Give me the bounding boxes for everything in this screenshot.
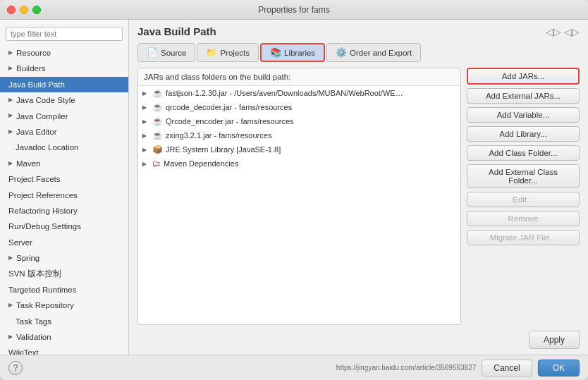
jar-item-maven-deps[interactable]: ▶🗂Maven Dependencies [138, 157, 460, 171]
sidebar-item-wikitext[interactable]: WikiText [0, 345, 128, 355]
sidebar-item-spring[interactable]: Spring [0, 250, 128, 266]
sidebar-item-server[interactable]: Server [0, 235, 128, 250]
jar-type-icon: ☕ [152, 102, 163, 112]
jar-item-label: JRE System Library [JavaSE-1.8] [166, 145, 281, 154]
sidebar-item-resource[interactable]: Resource [0, 45, 128, 61]
maximize-button[interactable] [32, 6, 41, 14]
sidebar-item-task-tags[interactable]: Task Tags [0, 314, 128, 329]
help-button[interactable]: ? [8, 361, 23, 375]
nav-back-icon[interactable]: ◁▷ [546, 26, 561, 37]
panel-title: Java Build Path [137, 25, 216, 37]
jar-expand-icon: ▶ [142, 147, 149, 153]
window-title: Properties for fams [258, 5, 329, 15]
nav-forward-icon[interactable]: ◁▷ [564, 26, 580, 37]
tab-libraries[interactable]: 📚Libraries [260, 43, 325, 62]
jar-item-qrcode-decoder[interactable]: ▶☕qrcode_decoder.jar - fams/resources [138, 100, 460, 114]
jar-item-zxing[interactable]: ▶☕zxing3.2.1.jar - fams/resources [138, 128, 460, 142]
add-variable-button[interactable]: Add Variable... [467, 107, 580, 123]
jar-type-icon: ☕ [152, 88, 163, 98]
jar-expand-icon: ▶ [142, 118, 149, 125]
sidebar-item-java-compiler[interactable]: Java Compiler [0, 109, 128, 124]
properties-window: Properties for fams ResourceBuildersJava… [0, 0, 588, 380]
add-jars-button[interactable]: Add JARs... [467, 68, 580, 85]
content-area: JARs and class folders on the build path… [137, 68, 580, 325]
jar-item-label: Qrcode_encoder.jar - fams/resources [166, 117, 294, 125]
source-tab-label: Source [161, 49, 186, 57]
add-external-class-folder-button[interactable]: Add External Class Folder... [467, 164, 580, 188]
jar-type-icon: ☕ [152, 116, 163, 126]
buttons-panel: Add JARs...Add External JARs...Add Varia… [467, 68, 580, 325]
sidebar: ResourceBuildersJava Build PathJava Code… [0, 20, 129, 355]
sidebar-item-refactoring-history[interactable]: Refactoring History [0, 203, 128, 219]
jar-expand-icon: ▶ [142, 133, 149, 139]
migrate-jar-button: Migrate JAR File... [467, 230, 580, 245]
traffic-lights [7, 6, 41, 14]
main-content: ResourceBuildersJava Build PathJava Code… [0, 20, 588, 355]
projects-tab-label: Projects [220, 49, 250, 57]
libraries-tab-icon: 📚 [270, 47, 281, 58]
source-tab-icon: 📄 [147, 47, 158, 58]
order-export-tab-label: Order and Export [350, 49, 412, 57]
tabs-bar: 📄Source📁Projects📚Libraries⚙️Order and Ex… [137, 43, 580, 62]
sidebar-item-targeted-runtimes[interactable]: Targeted Runtimes [0, 282, 128, 298]
search-input[interactable] [6, 27, 123, 41]
sidebar-item-javadoc-location[interactable]: Javadoc Location [0, 140, 128, 155]
jar-type-icon: 📦 [152, 145, 163, 154]
sidebar-item-maven[interactable]: Maven [0, 156, 128, 171]
jar-item-label: qrcode_decoder.jar - fams/resources [166, 103, 292, 111]
jar-expand-icon: ▶ [142, 161, 149, 167]
sidebar-item-task-repository[interactable]: Task Repository [0, 298, 128, 313]
add-library-button[interactable]: Add Library... [467, 126, 580, 142]
jar-item-fastjson[interactable]: ▶☕fastjson-1.2.30.jar - /Users/aven/Down… [138, 86, 460, 100]
sidebar-item-builders[interactable]: Builders [0, 61, 128, 76]
jar-item-jre[interactable]: ▶📦JRE System Library [JavaSE-1.8] [138, 142, 460, 157]
panel-header: Java Build Path ◁▷ ◁▷ [137, 25, 580, 37]
jar-item-qrcode-encoder[interactable]: ▶☕Qrcode_encoder.jar - fams/resources [138, 114, 460, 128]
cancel-button[interactable]: Cancel [482, 360, 532, 376]
jar-expand-icon: ▶ [142, 90, 149, 97]
tab-source[interactable]: 📄Source [137, 43, 195, 62]
jar-type-icon: ☕ [152, 130, 163, 140]
bottom-bar: Apply [137, 331, 580, 349]
jar-item-label: zxing3.2.1.jar - fams/resources [166, 131, 271, 140]
jar-type-icon: 🗂 [152, 159, 161, 168]
ok-button[interactable]: OK [538, 360, 580, 376]
jar-item-label: fastjson-1.2.30.jar - /Users/aven/Downlo… [166, 89, 405, 97]
sidebar-item-java-editor[interactable]: Java Editor [0, 124, 128, 140]
jar-expand-icon: ▶ [142, 104, 149, 111]
sidebar-item-project-facets[interactable]: Project Facets [0, 171, 128, 187]
libraries-tab-label: Libraries [284, 49, 315, 57]
jar-list-panel: JARs and class folders on the build path… [137, 68, 461, 325]
add-class-folder-button[interactable]: Add Class Folder... [467, 145, 580, 161]
tab-order-export[interactable]: ⚙️Order and Export [326, 43, 421, 62]
order-export-tab-icon: ⚙️ [336, 47, 347, 58]
right-panel: Java Build Path ◁▷ ◁▷ 📄Source📁Projects📚L… [129, 20, 588, 355]
footer-url: https://jingyan.baidu.com/article/356956… [336, 364, 476, 372]
sidebar-item-validation[interactable]: Validation [0, 329, 128, 345]
jar-item-label: Maven Dependencies [164, 159, 238, 168]
minimize-button[interactable] [20, 6, 28, 14]
sidebar-item-java-build-path[interactable]: Java Build Path [0, 77, 128, 92]
projects-tab-icon: 📁 [206, 47, 217, 58]
add-external-jars-button[interactable]: Add External JARs... [467, 88, 580, 104]
sidebar-item-run-debug-settings[interactable]: Run/Debug Settings [0, 219, 128, 234]
title-bar: Properties for fams [0, 0, 588, 20]
jar-list-header: JARs and class folders on the build path… [138, 68, 460, 86]
nav-arrows: ◁▷ ◁▷ [546, 26, 580, 37]
footer-right: https://jingyan.baidu.com/article/356956… [336, 360, 580, 376]
sidebar-item-svn[interactable]: SVN 版本控制 [0, 266, 128, 281]
edit-button: Edit... [467, 192, 580, 207]
sidebar-item-java-code-style[interactable]: Java Code Style [0, 92, 128, 108]
sidebar-item-project-references[interactable]: Project References [0, 188, 128, 203]
tab-projects[interactable]: 📁Projects [197, 43, 259, 62]
remove-button: Remove [467, 211, 580, 226]
close-button[interactable] [7, 6, 16, 14]
apply-button[interactable]: Apply [529, 331, 580, 349]
footer-bar: ? https://jingyan.baidu.com/article/3569… [0, 355, 588, 380]
